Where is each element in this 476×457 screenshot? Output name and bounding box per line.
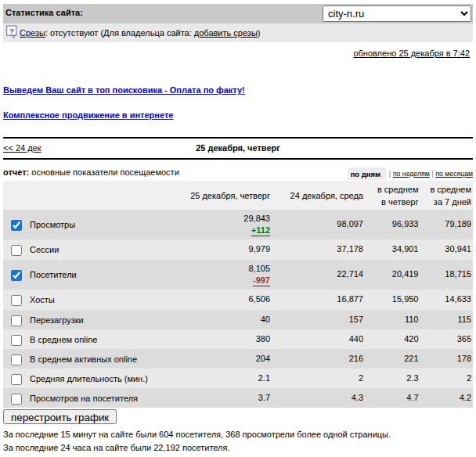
svg-text:?: ? <box>9 27 14 35</box>
